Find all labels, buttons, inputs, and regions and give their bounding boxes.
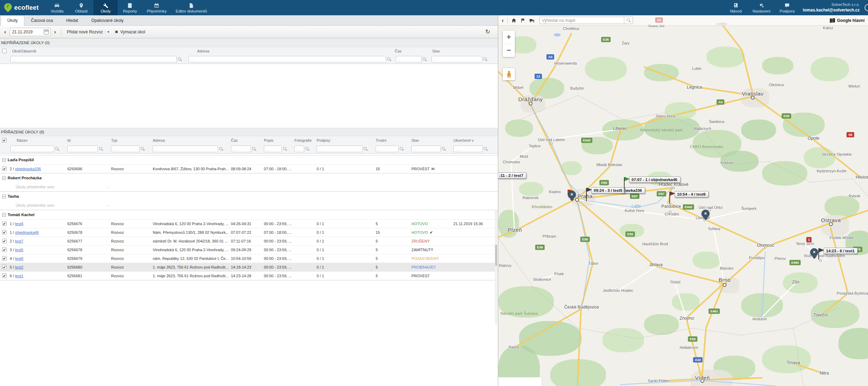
prev-day-button[interactable]: ‹ <box>3 29 7 35</box>
column-header-adresa[interactable]: Adresa <box>197 49 209 53</box>
pegman-control[interactable] <box>503 68 515 80</box>
task-checkbox[interactable]: ✔ <box>2 273 7 278</box>
map-canvas[interactable]: ChotěbuzNowa SólLešnoKaliszŻaryHoyerswer… <box>498 15 868 386</box>
home-icon[interactable] <box>511 18 517 23</box>
task-marker-label[interactable]: :11 - 2 / test7 <box>498 172 526 179</box>
clear-task-button[interactable]: ✖ Vymazat úkol <box>113 28 147 35</box>
chevron-down-icon[interactable]: ▾ <box>105 30 109 34</box>
column-header-kol-z-kazn-k[interactable]: Úkol/Zákazník <box>12 49 36 53</box>
task-marker-label[interactable]: 14:23 - 6 / test1 <box>824 248 858 254</box>
task-checkbox[interactable]: ✔ <box>2 265 7 269</box>
group-row-tasha[interactable]: Tasha <box>0 191 498 201</box>
column-header-as[interactable]: Čas <box>231 138 238 142</box>
nav-item-vozidla[interactable]: Vozidla <box>45 0 69 15</box>
task-link[interactable]: test5 <box>15 248 23 252</box>
task-row-objednavka336[interactable]: ✔2 / objednavka3366250696RozvozKoněvova … <box>0 164 498 173</box>
task-link[interactable]: test6 <box>15 256 23 261</box>
filter-input-id[interactable] <box>67 146 98 152</box>
tab-opakovan-koly[interactable]: Opakované úkoly <box>85 15 130 25</box>
filter-input-as[interactable] <box>396 56 422 63</box>
task-row-test1[interactable]: ✔6 / test16256681Rozvoz1. máje 2623, 756… <box>0 271 498 280</box>
task-checkbox[interactable]: ✔ <box>2 256 7 261</box>
group-row-tom-kachel[interactable]: Tomáš Kachel <box>0 210 498 219</box>
task-link[interactable]: objednavka46 <box>15 230 39 235</box>
task-row-objednavka46[interactable]: ✔1 / objednavka466250678RozvozNám. Přemy… <box>0 228 498 237</box>
zoom-out-button[interactable]: − <box>503 44 515 57</box>
drop-hint-row[interactable]: Úkoly přetáhněte sem- <box>0 182 498 191</box>
group-row-la-a-posp-il[interactable]: Laďa Pospíšil <box>0 155 498 164</box>
column-header-popis[interactable]: Popis <box>264 138 274 142</box>
task-marker-label[interactable]: 10:54 - 4 / test6 <box>675 191 709 197</box>
cancelled-task-pin[interactable]: ✖ <box>568 191 576 199</box>
filter-input-stav[interactable] <box>432 56 482 63</box>
account-info[interactable]: SolverTech s.r.o. tomas.kachel@solvertec… <box>799 0 865 15</box>
task-row-test4[interactable]: ✔1 / test46256676RozvozVinohradská 6, 12… <box>0 219 498 228</box>
cancelled-task-pin[interactable]: ✖ <box>810 248 818 256</box>
task-marker-label[interactable]: 07:07 - 1 / objednavka46 <box>629 176 681 183</box>
panel-scrollbar[interactable] <box>495 210 498 325</box>
filter-input-as[interactable] <box>231 146 251 152</box>
task-link[interactable]: objednavka336 <box>15 167 41 171</box>
collapse-panel-icon[interactable]: ‹ <box>502 17 504 24</box>
tab-hledat[interactable]: Hledat <box>59 15 85 25</box>
task-row-test5[interactable]: ✔3 / test56256678RozvozVinohradská 6, 12… <box>0 245 498 254</box>
task-checkbox[interactable]: ✔ <box>2 230 7 235</box>
drop-hint-row[interactable]: Úkoly přetáhněte sem- <box>0 201 498 210</box>
column-header-id[interactable]: Id <box>67 138 70 142</box>
cancelled-task-pin[interactable]: ✖ <box>702 210 710 218</box>
zoom-in-button[interactable]: + <box>503 31 515 44</box>
date-picker[interactable] <box>10 28 51 36</box>
filter-input-fotografie[interactable] <box>294 146 304 152</box>
task-link[interactable]: test4 <box>15 222 23 226</box>
task-link[interactable]: test1 <box>15 274 23 278</box>
column-header-stav[interactable]: Stav <box>411 138 419 142</box>
nav-item-editor-dokument[interactable]: Editor dokumentů <box>171 0 211 15</box>
column-header-fotografie[interactable]: Fotografie <box>294 138 312 142</box>
date-input[interactable] <box>11 29 39 35</box>
column-header-n-zev[interactable]: Název <box>17 138 27 142</box>
nav-item-reporty[interactable]: Reporty <box>118 0 142 15</box>
filter-input-adresa[interactable] <box>153 146 218 152</box>
column-header-podpisy[interactable]: Podpisy <box>317 138 330 142</box>
collapse-group-icon[interactable] <box>2 195 6 198</box>
filter-input-stav[interactable] <box>411 146 441 152</box>
column-header-ukon-en-v[interactable]: Ukončené v <box>453 138 474 142</box>
select-all-checkbox[interactable]: ✔ <box>2 138 7 142</box>
tab-asov-osa[interactable]: Časová osa <box>24 15 59 25</box>
flag-icon[interactable] <box>520 18 526 23</box>
nav-item-n-vod[interactable]: Návod <box>724 0 748 15</box>
collapse-group-icon[interactable] <box>2 213 6 217</box>
column-header-typ[interactable]: Typ <box>111 138 117 142</box>
filter-input-adresa[interactable] <box>189 56 386 63</box>
column-header-stav[interactable]: Stav <box>432 49 440 53</box>
task-checkbox[interactable]: ✔ <box>2 247 7 252</box>
nav-item-podpora[interactable]: Podpora <box>775 0 799 15</box>
truck-icon[interactable] <box>529 18 535 23</box>
map-search-input[interactable] <box>540 17 624 24</box>
logout-icon[interactable] <box>865 4 868 11</box>
select-all-checkbox[interactable] <box>2 49 7 53</box>
tab-koly[interactable]: Úkoly <box>1 15 24 26</box>
nav-item-p-ipom-nky[interactable]: Připomínky <box>142 0 171 15</box>
add-task-button[interactable]: Přidat nové Rozvoz ▾ <box>65 28 110 35</box>
brand-logo[interactable]: ecofleet <box>0 0 45 15</box>
task-checkbox[interactable]: ✔ <box>2 221 7 226</box>
filter-input-ukon-en-v[interactable] <box>453 146 483 152</box>
task-row-test7[interactable]: ✔2 / test76256677Rozvoznáměstí Dr. M. Ho… <box>0 237 498 245</box>
filter-input-kol-z-kazn-k[interactable] <box>10 56 177 63</box>
next-day-button[interactable]: › <box>53 29 57 35</box>
task-row-test2[interactable]: ✔5 / test26256680Rozvoz1. máje 2623, 756… <box>0 263 498 271</box>
task-link[interactable]: test2 <box>15 265 23 269</box>
map-layer-button[interactable]: Google hlavní <box>830 18 865 23</box>
group-row-robert-proch-zka[interactable]: Robert Procházka <box>0 173 498 182</box>
nav-item-nastaven[interactable]: Nastavení <box>748 0 775 15</box>
task-link[interactable]: test7 <box>15 239 23 243</box>
column-header-as[interactable]: Čas <box>395 49 402 53</box>
filter-input-trv-n[interactable] <box>376 146 399 152</box>
scrollbar-handle[interactable] <box>495 245 497 266</box>
filter-input-n-zev[interactable] <box>10 146 54 152</box>
task-checkbox[interactable]: ✔ <box>2 166 7 171</box>
filter-input-podpisy[interactable] <box>317 146 362 152</box>
nav-item-oblasti[interactable]: Oblasti <box>69 0 93 15</box>
column-header-adresa[interactable]: Adresa <box>153 138 165 142</box>
